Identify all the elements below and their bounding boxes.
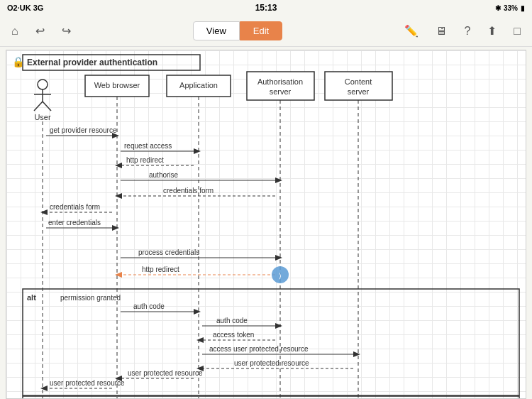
svg-text:http redirect: http redirect xyxy=(126,156,164,164)
svg-text:server: server xyxy=(270,87,292,96)
svg-text:server: server xyxy=(348,87,370,96)
pencil-icon[interactable]: ✏️ xyxy=(401,21,421,40)
svg-marker-36 xyxy=(115,193,122,199)
toolbar: ⌂ ↩ ↪ View Edit ✏️ 🖥 ? ⬆ □ xyxy=(0,16,532,47)
svg-rect-76 xyxy=(23,396,519,398)
svg-marker-30 xyxy=(115,163,122,168)
view-edit-tabs: View Edit xyxy=(193,21,282,40)
svg-text:user protected resource: user protected resource xyxy=(50,379,125,387)
svg-marker-59 xyxy=(275,323,282,329)
svg-text:alt: alt xyxy=(27,293,36,302)
svg-text:auth code: auth code xyxy=(216,317,248,324)
svg-marker-42 xyxy=(112,225,119,231)
svg-line-6 xyxy=(43,102,51,111)
svg-marker-74 xyxy=(40,386,48,391)
svg-text:Authorisation: Authorisation xyxy=(257,77,303,86)
share-icon[interactable]: ⬆ xyxy=(484,21,499,40)
svg-text:⟩: ⟩ xyxy=(279,272,282,280)
svg-text:Web browser: Web browser xyxy=(94,81,140,89)
status-left: O2·UK 3G xyxy=(7,4,43,12)
svg-text:access token: access token xyxy=(213,331,254,339)
home-button[interactable]: ⌂ xyxy=(9,22,21,40)
status-bar: O2·UK 3G 15:13 ✱ 33% ▮ xyxy=(0,0,532,16)
svg-text:user protected resource: user protected resource xyxy=(128,369,203,377)
svg-text:get provider resource: get provider resource xyxy=(50,126,117,134)
svg-marker-62 xyxy=(196,337,204,343)
status-right: ✱ 33% ▮ xyxy=(495,4,525,12)
svg-text:process credentials: process credentials xyxy=(138,248,199,256)
svg-rect-15 xyxy=(325,72,392,100)
svg-rect-12 xyxy=(247,72,314,100)
svg-marker-33 xyxy=(275,177,282,183)
redo-button[interactable]: ↪ xyxy=(59,21,74,40)
carrier-text: O2·UK 3G xyxy=(7,4,43,12)
svg-point-2 xyxy=(38,80,48,89)
svg-marker-56 xyxy=(194,309,201,315)
undo-button[interactable]: ↩ xyxy=(33,21,48,40)
sequence-diagram: External provider authentication User We… xyxy=(6,50,526,398)
svg-text:credentials form: credentials form xyxy=(50,203,100,211)
diagram-area[interactable]: 🔒 External provider authentication User … xyxy=(6,50,526,399)
svg-text:Content: Content xyxy=(345,77,372,86)
svg-text:External provider authenticati: External provider authentication xyxy=(27,58,157,67)
svg-text:request access: request access xyxy=(124,142,172,150)
screen-icon[interactable]: 🖥 xyxy=(433,22,450,40)
folder-icon[interactable]: □ xyxy=(511,22,523,40)
lock-icon: 🔒 xyxy=(12,56,24,67)
svg-text:Application: Application xyxy=(179,81,218,89)
status-time: 15:13 xyxy=(255,3,277,13)
svg-text:auth code: auth code xyxy=(133,302,165,310)
toolbar-right: ✏️ 🖥 ? ⬆ □ xyxy=(401,21,523,40)
toolbar-left: ⌂ ↩ ↪ xyxy=(9,21,74,40)
help-icon[interactable]: ? xyxy=(461,22,473,40)
view-tab[interactable]: View xyxy=(193,21,240,40)
svg-text:enter credentials: enter credentials xyxy=(48,219,101,226)
svg-marker-27 xyxy=(194,148,201,154)
svg-text:authorise: authorise xyxy=(149,171,179,179)
svg-text:http redirect: http redirect xyxy=(142,266,179,273)
svg-marker-39 xyxy=(40,209,48,215)
battery-text: 33% xyxy=(504,4,518,12)
svg-marker-65 xyxy=(353,351,360,357)
svg-text:user protected resource: user protected resource xyxy=(234,359,309,367)
svg-marker-48 xyxy=(115,272,122,278)
diagram-content: External provider authentication User We… xyxy=(6,50,526,398)
bluetooth-icon: ✱ xyxy=(495,4,501,12)
battery-icon: ▮ xyxy=(521,4,525,12)
svg-marker-45 xyxy=(275,255,282,261)
svg-text:permission granted: permission granted xyxy=(60,294,121,302)
edit-tab[interactable]: Edit xyxy=(240,21,282,40)
svg-text:User: User xyxy=(34,113,51,121)
svg-text:credentials form: credentials form xyxy=(163,187,214,195)
svg-line-5 xyxy=(34,102,43,111)
svg-text:access user protected resource: access user protected resource xyxy=(209,345,309,353)
